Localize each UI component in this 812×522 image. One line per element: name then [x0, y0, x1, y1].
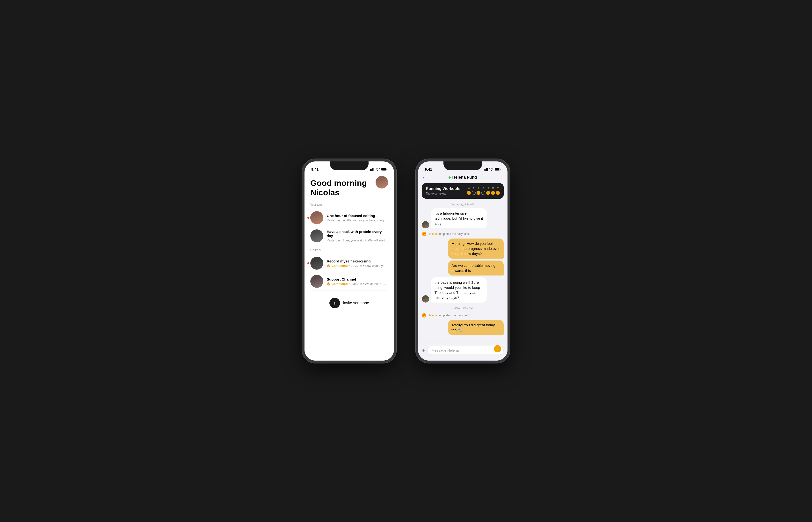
- habit-dot-2: [472, 191, 475, 195]
- timestamp-today: Today, 11:09 AM: [422, 306, 504, 309]
- message-incoming-1: It's a labor-intensive technique, but I'…: [422, 208, 504, 228]
- status-time-2: 9:41: [425, 167, 432, 171]
- habit-dot-3: [476, 191, 481, 195]
- bubble-incoming-2: the pace is going well! Sure thing, woul…: [431, 277, 487, 303]
- svg-rect-9: [487, 168, 488, 170]
- chat-info-1: One hour of focused editing Yesterday · …: [327, 214, 388, 222]
- svg-rect-2: [372, 168, 373, 170]
- bubble-outgoing-2: Are we comfortable moving towards this: [448, 261, 504, 276]
- send-icon: ↑: [496, 346, 499, 351]
- system-event-icon-2: 🔥: [422, 313, 426, 318]
- chat-preview-4: 🔥 Completed • 8:34 AM • Welcome in! We a…: [327, 282, 388, 286]
- chat-info-4: Support Channel 🔥 Completed • 8:34 AM • …: [327, 277, 388, 286]
- svg-rect-0: [370, 169, 371, 170]
- message-input-field[interactable]: Message Helena: [427, 346, 504, 355]
- message-outgoing-2: Are we comfortable moving towards this: [422, 261, 504, 276]
- habit-title: Running Workouts: [426, 186, 460, 191]
- svg-rect-1: [371, 169, 372, 170]
- svg-rect-6: [484, 169, 485, 170]
- chat-preview-3: 🔥 Completed • 9:12 AM • How would you ap…: [327, 264, 388, 267]
- chat-title-4: Support Channel: [327, 277, 388, 281]
- battery-icon: [381, 168, 387, 170]
- habit-card-right: W T F S S M T: [467, 187, 500, 195]
- chat-info-2: Have a snack with protein every day Yest…: [327, 229, 388, 242]
- chat-item-snack[interactable]: Have a snack with protein every day Yest…: [310, 227, 388, 245]
- habit-progress-dots: [467, 191, 500, 195]
- wifi-icon-2: [489, 168, 493, 170]
- helena-avatar-1: [422, 221, 429, 228]
- input-placeholder: Message Helena: [432, 348, 459, 353]
- invite-button[interactable]: + Invite someone: [310, 298, 388, 308]
- signal-icon-2: [484, 168, 488, 170]
- status-time: 9:41: [311, 167, 319, 171]
- invite-label: Invite someone: [343, 301, 369, 305]
- chat-preview-2: Yesterday: Sure, you're right. We will s…: [327, 239, 388, 242]
- status-icons-2: [484, 168, 501, 170]
- habit-day-labels: W T F S S M T: [467, 187, 500, 190]
- svg-rect-11: [495, 168, 499, 170]
- system-event-icon-1: 🔥: [422, 232, 426, 236]
- back-button[interactable]: ‹: [423, 175, 425, 180]
- chat-avatar-2: [310, 229, 323, 242]
- input-plus-icon[interactable]: +: [422, 347, 425, 354]
- status-bar-2: 9:41: [418, 161, 508, 174]
- wifi-icon: [376, 168, 380, 170]
- habit-card-left: Running Workouts Tap to complete: [426, 186, 460, 195]
- system-event-text-2: Helena completed the daily task!: [428, 314, 470, 317]
- chat-title-3: Record myself exercising: [327, 259, 388, 263]
- habit-dot-6: [491, 191, 495, 195]
- bubble-outgoing-1: Morning! How do you feel about the progr…: [448, 239, 504, 259]
- status-bar: 9:41: [304, 161, 394, 174]
- helena-avatar-2: [422, 295, 429, 303]
- your-turn-label: Your turn: [310, 203, 388, 206]
- chat-title-1: One hour of focused editing: [327, 214, 388, 218]
- chat-item-focused-editing[interactable]: One hour of focused editing Yesterday · …: [310, 209, 388, 227]
- chat-avatar-1: [310, 211, 323, 224]
- habit-subtitle: Tap to complete: [426, 192, 460, 195]
- system-event-1: 🔥 Helena completed the daily task!: [422, 232, 504, 236]
- system-event-text-1: Helena completed the daily task!: [428, 232, 470, 236]
- bubble-outgoing-3: Totally! You did great today too 🔧: [448, 320, 504, 335]
- message-incoming-2: the pace is going well! Sure thing, woul…: [422, 277, 504, 303]
- timestamp-yesterday: Yesterday, 8:24 AM: [422, 203, 504, 206]
- chat-info-3: Record myself exercising 🔥 Completed • 9…: [327, 259, 388, 267]
- habit-dot-4: [481, 191, 485, 195]
- battery-icon-2: [495, 168, 501, 170]
- habit-dot-5: [486, 191, 490, 195]
- habit-card[interactable]: Running Workouts Tap to complete W T F S…: [422, 183, 504, 199]
- phone1-content: Good morningNicolas Your turn One hour o…: [304, 174, 394, 361]
- svg-rect-3: [373, 168, 374, 170]
- message-input-bar: + Message Helena ↑: [418, 343, 508, 361]
- chat-navigation: ‹ Helena Fung: [418, 174, 508, 182]
- invite-plus-icon: +: [329, 298, 340, 308]
- phone-2: 9:41 ‹ Helena Fung: [416, 159, 510, 363]
- chat-item-support[interactable]: Support Channel 🔥 Completed • 8:34 AM • …: [310, 273, 388, 290]
- chat-avatar-4: [310, 275, 323, 288]
- messages-area: Yesterday, 8:24 AM It's a labor-intensiv…: [418, 201, 508, 336]
- status-icons: [370, 168, 387, 170]
- svg-rect-8: [486, 168, 487, 170]
- signal-icon: [370, 168, 374, 170]
- online-status-dot: [449, 176, 451, 179]
- contact-name-row: Helena Fung: [449, 175, 477, 180]
- system-event-2: 🔥 Helena completed the daily task!: [422, 313, 504, 318]
- message-outgoing-1: Morning! How do you feel about the progr…: [422, 239, 504, 259]
- habit-dot-7: [496, 191, 500, 195]
- contact-name: Helena Fung: [452, 175, 477, 180]
- message-outgoing-3: Totally! You did great today too 🔧: [422, 320, 504, 335]
- svg-rect-5: [381, 168, 386, 170]
- send-button[interactable]: ↑: [494, 345, 501, 353]
- chat-avatar-3: [310, 257, 323, 270]
- bubble-incoming-1: It's a labor-intensive technique, but I'…: [431, 208, 487, 228]
- user-avatar[interactable]: [375, 176, 388, 188]
- chat-title-2: Have a snack with protein every day: [327, 229, 388, 238]
- phone-1: 9:41: [302, 159, 396, 363]
- chat-preview-1: Yesterday · A little star for you here, …: [327, 219, 388, 222]
- svg-rect-7: [485, 169, 486, 170]
- chat-item-record[interactable]: Record myself exercising 🔥 Completed • 9…: [310, 254, 388, 273]
- on-track-label: On-track: [310, 248, 388, 252]
- unread-dot-2: [307, 262, 309, 264]
- unread-dot: [307, 217, 309, 219]
- habit-dot-1: [467, 191, 471, 195]
